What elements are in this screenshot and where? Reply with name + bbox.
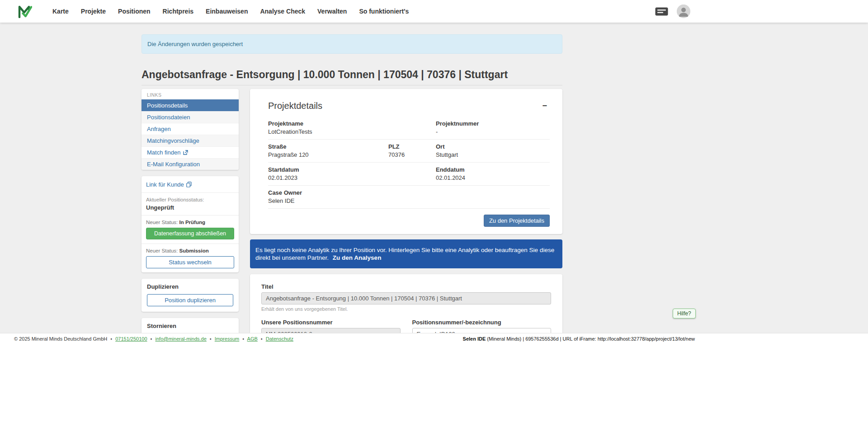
field-projektnummer: Projektnummer - xyxy=(436,120,550,135)
project-row-name-number: Projektname LotCreationTests Projektnumm… xyxy=(268,117,550,140)
project-row-owner: Case Owner Selen IDE xyxy=(268,186,550,209)
collapse-icon[interactable]: − xyxy=(539,101,550,111)
field-startdatum: Startdatum 02.01.2023 xyxy=(268,166,436,181)
project-row-address: Straße Pragstraße 120 PLZ 70376 Ort Stut… xyxy=(268,140,550,163)
sidebar-item-match-finden[interactable]: Match finden xyxy=(142,146,239,158)
field-label: Straße xyxy=(268,143,388,150)
next-status-prefix: Neuer Status: xyxy=(146,248,178,253)
next-status-value: In Prüfung xyxy=(179,220,206,225)
field-value: Stuttgart xyxy=(436,151,550,158)
field-value: LotCreationTests xyxy=(268,128,436,135)
footer: © 2025 Mineral Minds Deutschland GmbH • … xyxy=(0,333,868,344)
next-status-label-2: Neuer Status: Submission xyxy=(146,248,234,253)
our-number-input xyxy=(261,328,401,333)
field-label: Startdatum xyxy=(268,166,436,173)
server-panel-icon[interactable] xyxy=(655,7,668,16)
main-content-area: Die Änderungen wurden gespeichert Angebo… xyxy=(0,23,868,333)
separator-bullet: • xyxy=(151,336,152,342)
number-fields-row: Unsere Positionsnummer Erhält eine syste… xyxy=(261,319,551,333)
go-to-analyses-link[interactable]: Zu den Analysen xyxy=(333,254,382,261)
footer-impressum-link[interactable]: Impressum xyxy=(215,336,239,342)
titel-help-text: Erhält den von uns vorgegebenen Titel. xyxy=(261,306,551,312)
analytics-banner: Es liegt noch keine Analytik zu Ihrer Po… xyxy=(250,239,562,268)
project-details-title: Projektdetails xyxy=(268,101,322,111)
sidebar-item-label: E-Mail Konfiguration xyxy=(147,161,200,168)
nav-item-richtpreis[interactable]: Richtpreis xyxy=(163,8,193,15)
next-status-value: Submission xyxy=(179,248,209,253)
field-value: 02.01.2024 xyxy=(436,174,550,181)
field-enddatum: Enddatum 02.01.2024 xyxy=(436,166,550,181)
footer-user-name: Selen IDE xyxy=(463,336,486,342)
sidebar-item-label: Positionsdetails xyxy=(147,102,188,109)
nav-item-verwalten[interactable]: Verwalten xyxy=(317,8,347,15)
go-to-project-details-button[interactable]: Zu den Projektdetails xyxy=(484,215,550,227)
customer-link[interactable]: Link für Kunde xyxy=(146,181,192,188)
main-menu: Karte Projekte Positionen Richtpreis Ein… xyxy=(52,8,409,15)
status-card: Link für Kunde Aktueller Positionsstatus… xyxy=(142,176,239,272)
field-ort: Ort Stuttgart xyxy=(436,143,550,158)
sidebar-item-positionsdetails[interactable]: Positionsdetails xyxy=(142,99,239,111)
complete-data-entry-button[interactable]: Datenerfassung abschließen xyxy=(146,228,234,239)
customer-link-label: Link für Kunde xyxy=(146,181,184,188)
separator-bullet: • xyxy=(261,336,263,342)
analytics-message: Es liegt noch keine Analytik zu Ihrer Po… xyxy=(255,247,554,261)
page-title: Angebotsanfrage - Entsorgung | 10.000 To… xyxy=(142,69,562,81)
title-divider xyxy=(142,85,562,85)
nav-item-einbauweisen[interactable]: Einbauweisen xyxy=(206,8,248,15)
sidebar-item-label: Anfragen xyxy=(147,126,171,132)
field-value: - xyxy=(436,128,550,135)
brand-logo[interactable] xyxy=(18,5,32,18)
separator-bullet: • xyxy=(242,336,244,342)
field-value: 02.01.2023 xyxy=(268,174,436,181)
sidebar: LINKS Positionsdetails Positionsdateien … xyxy=(142,89,239,333)
field-label: Enddatum xyxy=(436,166,550,173)
sidebar-item-email-konfiguration[interactable]: E-Mail Konfiguration xyxy=(142,158,239,170)
field-label: Projektname xyxy=(268,120,436,127)
project-actions: Zu den Projektdetails xyxy=(268,215,550,227)
copy-icon xyxy=(186,182,192,187)
sidebar-item-label: Matchingvorschläge xyxy=(147,137,199,144)
field-label: Case Owner xyxy=(268,189,436,196)
help-button[interactable]: Hilfe? xyxy=(673,309,696,318)
custom-number-input[interactable] xyxy=(412,328,552,333)
sidebar-item-positionsdateien[interactable]: Positionsdateien xyxy=(142,111,239,123)
separator-bullet: • xyxy=(110,336,112,342)
next-status-block-2: Neuer Status: Submission Status wechseln xyxy=(142,244,239,272)
mineral-minds-logo-icon xyxy=(18,5,32,18)
our-number-label: Unsere Positionsnummer xyxy=(261,319,401,326)
next-status-prefix: Neuer Status: xyxy=(146,220,178,225)
field-value: Pragstraße 120 xyxy=(268,151,388,158)
nav-item-analyse-check[interactable]: Analyse Check xyxy=(260,8,305,15)
nav-item-so-funktionierts[interactable]: So funktioniert's xyxy=(359,8,409,15)
nav-item-karte[interactable]: Karte xyxy=(52,8,69,15)
current-status-value: Ungeprüft xyxy=(146,204,234,211)
titel-input xyxy=(261,292,551,304)
nav-item-positionen[interactable]: Positionen xyxy=(118,8,151,15)
footer-left: © 2025 Mineral Minds Deutschland GmbH • … xyxy=(14,336,293,342)
footer-phone-link[interactable]: 07151/250100 xyxy=(115,336,147,342)
next-status-block-1: Neuer Status: In Prüfung Datenerfassung … xyxy=(142,215,239,244)
field-label: Projektnummer xyxy=(436,120,550,127)
user-avatar[interactable] xyxy=(677,5,690,18)
current-status-label: Aktueller Positionsstatus: xyxy=(146,197,234,202)
footer-email-link[interactable]: info@mineral-minds.de xyxy=(156,336,207,342)
navbar-inner: Karte Projekte Positionen Richtpreis Ein… xyxy=(0,0,704,23)
current-status-block: Aktueller Positionsstatus: Ungeprüft xyxy=(142,193,239,215)
footer-datenschutz-link[interactable]: Datenschutz xyxy=(266,336,293,342)
field-strasse: Straße Pragstraße 120 xyxy=(268,143,388,158)
duplicate-position-button[interactable]: Position duplizieren xyxy=(147,294,233,306)
switch-status-button[interactable]: Status wechseln xyxy=(146,256,234,268)
field-label: Ort xyxy=(436,143,550,150)
sidebar-item-label: Match finden xyxy=(147,149,180,156)
sidebar-item-matchingvorschlaege[interactable]: Matchingvorschläge xyxy=(142,135,239,146)
field-value: 70376 xyxy=(388,151,436,158)
duplicate-title: Duplizieren xyxy=(147,283,233,290)
save-success-alert: Die Änderungen wurden gespeichert xyxy=(142,34,562,54)
footer-agb-link[interactable]: AGB xyxy=(247,336,258,342)
nav-item-projekte[interactable]: Projekte xyxy=(81,8,106,15)
links-header: LINKS xyxy=(142,89,239,99)
main-column: Projektdetails − Projektname LotCreation… xyxy=(250,89,562,333)
sidebar-item-anfragen[interactable]: Anfragen xyxy=(142,123,239,135)
top-navbar: Karte Projekte Positionen Richtpreis Ein… xyxy=(0,0,868,23)
content-container: Die Änderungen wurden gespeichert Angebo… xyxy=(142,23,562,333)
